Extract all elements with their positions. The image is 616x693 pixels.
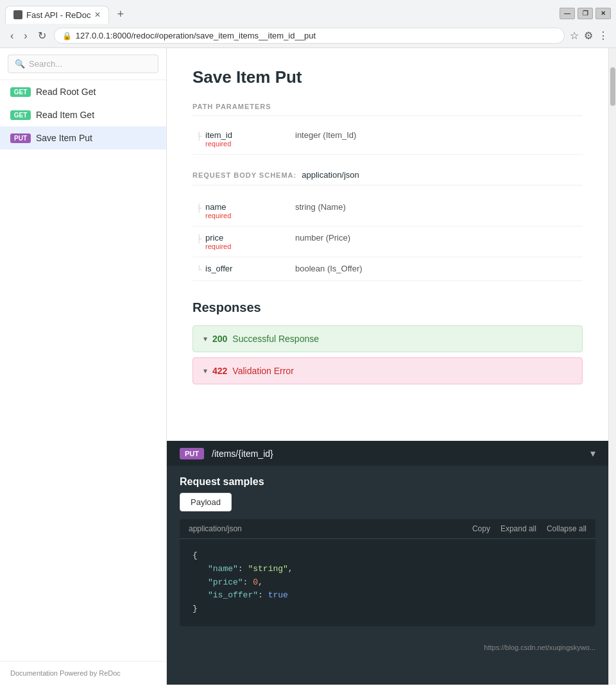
footer-url: https://blog.csdn.net/xuqingskywo... (484, 644, 595, 651)
schema-header: REQUEST BODY SCHEMA: application/json (193, 170, 583, 185)
chevron-icon: ▾ (203, 366, 207, 375)
redoc-link[interactable]: Documentation Powered by ReDoc (10, 669, 121, 677)
sidebar-footer: Documentation Powered by ReDoc (0, 661, 166, 685)
search-input[interactable]: 🔍 Search... (8, 55, 158, 73)
address-bar[interactable]: 🔒 127.0.0.1:8000/redoc#operation/save_it… (54, 28, 565, 44)
new-tab-btn[interactable]: + (112, 5, 129, 24)
minimize-btn[interactable]: — (560, 8, 575, 19)
copy-btn[interactable]: Copy (472, 524, 490, 533)
nav-item-read-root-get[interactable]: GET Read Root Get (0, 80, 166, 103)
response-code: 200 (212, 334, 227, 344)
code-line-is-offer: "is_offer": true (193, 589, 583, 603)
response-200[interactable]: ▾ 200 Successful Response (193, 325, 583, 352)
tree-indicator: ├ (193, 130, 205, 141)
code-line-name: "name": "string", (193, 563, 583, 576)
scrollbar[interactable] (608, 48, 616, 685)
tree-indicator: ├ (193, 233, 205, 243)
menu-btn[interactable]: ⋮ (598, 30, 608, 42)
code-body: { "name": "string", "price": 0, "is_offe… (180, 539, 595, 626)
sidebar: 🔍 Search... GET Read Root Get GET Read I… (0, 48, 167, 685)
nav-item-read-item-get[interactable]: GET Read Item Get (0, 103, 166, 126)
param-name: is_offer (205, 264, 289, 273)
search-placeholder: Search... (29, 59, 62, 69)
tab-close-btn[interactable]: ✕ (94, 10, 101, 19)
reload-btn[interactable]: ↻ (35, 28, 49, 43)
param-row-name: ├ name required string (Name) (193, 196, 583, 227)
code-line-open: { (193, 549, 583, 563)
param-required: required (205, 243, 289, 250)
request-samples-title: Request samples (167, 466, 608, 493)
param-name: name (205, 202, 289, 212)
param-type: integer (Item_Id) (295, 130, 583, 140)
response-description: Successful Response (232, 334, 319, 344)
lock-icon: 🔒 (62, 31, 72, 40)
nav-item-label: Read Item Get (36, 110, 94, 120)
tree-indicator: ├ (193, 202, 205, 212)
put-badge: PUT (10, 133, 31, 143)
endpoint-bar: PUT /items/{item_id} ▾ (167, 441, 608, 466)
url-text: 127.0.0.1:8000/redoc#operation/save_item… (76, 31, 556, 40)
nav-item-label: Save Item Put (36, 133, 92, 143)
main-content: Save Item Put PATH PARAMETERS ├ item_id … (167, 48, 616, 685)
payload-tab-btn[interactable]: Payload (180, 493, 232, 511)
param-name-col: item_id required (205, 130, 295, 148)
forward-btn[interactable]: › (21, 29, 30, 43)
param-type: number (Price) (295, 233, 583, 243)
param-row-price: ├ price required number (Price) (193, 227, 583, 257)
endpoint-path: /items/{item_id} (212, 449, 583, 459)
search-icon: 🔍 (15, 59, 25, 69)
browser-tab[interactable]: Fast API - ReDoc ✕ (5, 6, 109, 24)
body-params-table: ├ name required string (Name) ├ (193, 196, 583, 281)
nav-items: GET Read Root Get GET Read Item Get PUT … (0, 80, 166, 661)
scrollbar-thumb[interactable] (610, 67, 615, 106)
scrollable-area: Save Item Put PATH PARAMETERS ├ item_id … (167, 48, 608, 685)
code-mime: application/json (189, 524, 242, 533)
footer-url-bar: https://blog.csdn.net/xuqingskywo... (167, 639, 608, 654)
doc-area: Save Item Put PATH PARAMETERS ├ item_id … (167, 48, 608, 441)
code-block: application/json Copy Expand all Collaps… (180, 519, 595, 626)
tab-title: Fast API - ReDoc (26, 10, 90, 20)
path-params-table: ├ item_id required integer (Item_Id) (193, 124, 583, 155)
maximize-btn[interactable]: ❐ (578, 8, 593, 19)
tree-indicator: └ (193, 264, 205, 274)
schema-value: application/json (302, 170, 359, 180)
response-description: Validation Error (232, 366, 293, 376)
param-required: required (205, 212, 289, 219)
close-btn[interactable]: ✕ (595, 8, 611, 19)
bookmark-btn[interactable]: ☆ (570, 30, 579, 42)
param-row-item-id: ├ item_id required integer (Item_Id) (193, 124, 583, 155)
code-line-price: "price": 0, (193, 576, 583, 590)
nav-item-save-item-put[interactable]: PUT Save Item Put (0, 126, 166, 150)
expand-all-btn[interactable]: Expand all (501, 524, 536, 533)
page-title: Save Item Put (193, 67, 583, 87)
code-actions: Copy Expand all Collapse all (472, 524, 586, 533)
param-name-col: is_offer (205, 264, 295, 273)
bottom-panel: PUT /items/{item_id} ▾ Request samples P… (167, 441, 608, 685)
search-container: 🔍 Search... (0, 48, 166, 80)
put-method-badge: PUT (180, 448, 204, 459)
extensions-btn[interactable]: ⚙ (584, 30, 593, 42)
param-name-col: price required (205, 233, 295, 250)
schema-label: REQUEST BODY SCHEMA: (193, 171, 296, 179)
param-name-col: name required (205, 202, 295, 219)
expand-icon[interactable]: ▾ (590, 447, 595, 459)
chevron-icon: ▾ (203, 334, 207, 343)
path-params-title: PATH PARAMETERS (193, 103, 583, 116)
response-code: 422 (212, 366, 227, 376)
nav-item-label: Read Root Get (36, 87, 96, 97)
param-row-is-offer: └ is_offer boolean (Is_Offer) (193, 257, 583, 281)
get-badge: GET (10, 87, 31, 97)
response-422[interactable]: ▾ 422 Validation Error (193, 357, 583, 384)
param-type: string (Name) (295, 202, 583, 212)
param-name: price (205, 233, 289, 243)
collapse-all-btn[interactable]: Collapse all (547, 524, 586, 533)
tab-favicon (13, 10, 22, 19)
param-name: item_id (205, 130, 289, 140)
code-header: application/json Copy Expand all Collaps… (180, 519, 595, 539)
param-type: boolean (Is_Offer) (295, 264, 583, 273)
get-badge: GET (10, 110, 31, 120)
responses-title: Responses (193, 300, 583, 315)
param-required: required (205, 140, 289, 148)
code-line-close: } (193, 603, 583, 616)
back-btn[interactable]: ‹ (8, 29, 16, 43)
